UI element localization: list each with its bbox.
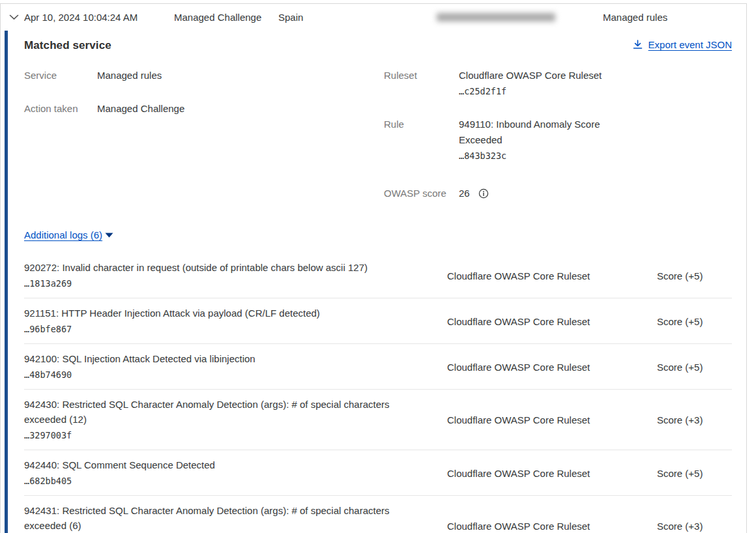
event-country: Spain bbox=[278, 12, 437, 23]
log-rule-hash: …96bfe867 bbox=[24, 321, 418, 337]
additional-log-row: 942430: Restricted SQL Character Anomaly… bbox=[24, 390, 732, 450]
additional-log-row: 942431: Restricted SQL Character Anomaly… bbox=[24, 496, 732, 533]
log-rule-description: 920272: Invalid character in request (ou… bbox=[24, 260, 418, 275]
log-score: Score (+3) bbox=[657, 414, 732, 425]
additional-logs-toggle[interactable]: Additional logs (6) bbox=[24, 229, 102, 240]
additional-log-row: 942440: SQL Comment Sequence Detected …6… bbox=[24, 450, 732, 496]
ruleset-field: Ruleset Cloudflare OWASP Core Ruleset …c… bbox=[384, 68, 732, 99]
additional-log-row: 921151: HTTP Header Injection Attack via… bbox=[24, 298, 732, 344]
log-rule-description: 942100: SQL Injection Attack Detected vi… bbox=[24, 351, 418, 366]
rule-value: 949110: Inbound Anomaly Score Exceeded bbox=[459, 117, 615, 148]
event-host-redacted bbox=[437, 13, 560, 22]
owasp-score-value: 26 bbox=[459, 186, 470, 201]
log-rule-hash: …3297003f bbox=[24, 427, 418, 443]
log-rule-hash: …1813a269 bbox=[24, 276, 418, 291]
log-rule-hash: …48b74690 bbox=[24, 367, 418, 382]
event-detail-panel: Apr 10, 2024 10:04:24 AM Managed Challen… bbox=[0, 3, 747, 533]
export-event-json-link[interactable]: Export event JSON bbox=[633, 39, 732, 50]
ruleset-hash: …c25d2f1f bbox=[459, 83, 602, 99]
log-ruleset-name: Cloudflare OWASP Core Ruleset bbox=[447, 414, 657, 425]
log-score: Score (+5) bbox=[657, 362, 732, 373]
log-score: Score (+5) bbox=[657, 270, 732, 281]
log-rule-hash: …682bb405 bbox=[24, 473, 418, 489]
ruleset-label: Ruleset bbox=[384, 68, 459, 99]
service-value: Managed rules bbox=[97, 68, 162, 83]
log-rule-description: 942430: Restricted SQL Character Anomaly… bbox=[24, 397, 418, 427]
log-ruleset-name: Cloudflare OWASP Core Ruleset bbox=[447, 521, 657, 532]
firewall-events-screen: Apr 10, 2024 10:04:24 AM Managed Challen… bbox=[0, 0, 756, 533]
log-rule-description: 942431: Restricted SQL Character Anomaly… bbox=[24, 503, 418, 533]
rule-label: Rule bbox=[384, 117, 459, 164]
owasp-score-label: OWASP score bbox=[384, 186, 459, 201]
action-taken-label: Action taken bbox=[24, 101, 97, 117]
service-field: Service Managed rules bbox=[24, 68, 384, 83]
ruleset-value: Cloudflare OWASP Core Ruleset bbox=[459, 68, 602, 83]
log-ruleset-name: Cloudflare OWASP Core Ruleset bbox=[447, 270, 657, 281]
event-detail-expanded: Matched service Export event JSON bbox=[1, 31, 746, 533]
owasp-score-field: OWASP score 26 bbox=[384, 186, 732, 201]
triangle-down-icon[interactable] bbox=[105, 233, 113, 238]
info-icon[interactable] bbox=[478, 188, 489, 199]
event-action: Managed Challenge bbox=[174, 12, 278, 23]
additional-logs-table: 920272: Invalid character in request (ou… bbox=[24, 253, 732, 533]
action-taken-value: Managed Challenge bbox=[97, 101, 184, 117]
rule-hash: …843b323c bbox=[459, 148, 615, 164]
log-ruleset-name: Cloudflare OWASP Core Ruleset bbox=[447, 362, 657, 373]
log-ruleset-name: Cloudflare OWASP Core Ruleset bbox=[447, 316, 657, 327]
matched-service-title: Matched service bbox=[24, 39, 111, 52]
service-label: Service bbox=[24, 68, 97, 83]
event-detail-body: Matched service Export event JSON bbox=[8, 31, 746, 533]
download-icon bbox=[633, 40, 643, 50]
action-taken-field: Action taken Managed Challenge bbox=[24, 101, 384, 117]
rule-field: Rule 949110: Inbound Anomaly Score Excee… bbox=[384, 117, 732, 164]
additional-log-row: 920272: Invalid character in request (ou… bbox=[24, 253, 732, 298]
additional-log-row: 942100: SQL Injection Attack Detected vi… bbox=[24, 344, 732, 390]
log-rule-description: 921151: HTTP Header Injection Attack via… bbox=[24, 306, 418, 321]
event-timestamp: Apr 10, 2024 10:04:24 AM bbox=[24, 12, 174, 23]
log-score: Score (+5) bbox=[657, 316, 732, 327]
log-ruleset-name: Cloudflare OWASP Core Ruleset bbox=[447, 468, 657, 479]
redacted-blur-box bbox=[437, 13, 555, 22]
log-rule-description: 942440: SQL Comment Sequence Detected bbox=[24, 457, 418, 472]
log-score: Score (+5) bbox=[657, 468, 732, 479]
event-row[interactable]: Apr 10, 2024 10:04:24 AM Managed Challen… bbox=[1, 4, 746, 31]
chevron-down-icon[interactable] bbox=[1, 14, 24, 20]
log-score: Score (+3) bbox=[657, 521, 732, 532]
export-event-json-label: Export event JSON bbox=[648, 39, 732, 50]
event-service: Managed rules bbox=[603, 12, 667, 23]
